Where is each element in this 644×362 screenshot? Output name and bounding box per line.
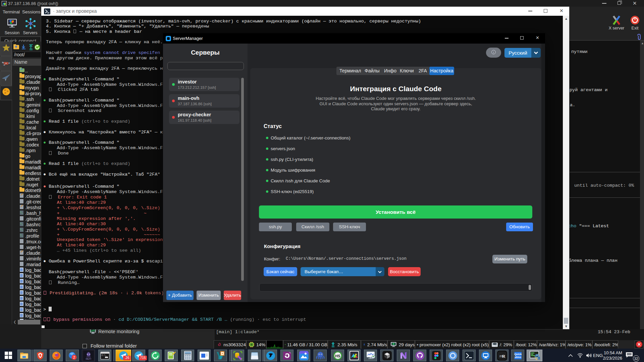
svg-text:HS: HS	[335, 354, 340, 358]
svg-text:FRUTY: FRUTY	[86, 358, 91, 360]
svg-text:Quick: Quick	[514, 353, 522, 356]
svg-text:C:\_: C:\_	[102, 354, 107, 357]
svg-text:2: 2	[73, 355, 75, 359]
svg-text:R: R	[502, 354, 505, 359]
svg-text:utmo: utmo	[515, 356, 521, 359]
